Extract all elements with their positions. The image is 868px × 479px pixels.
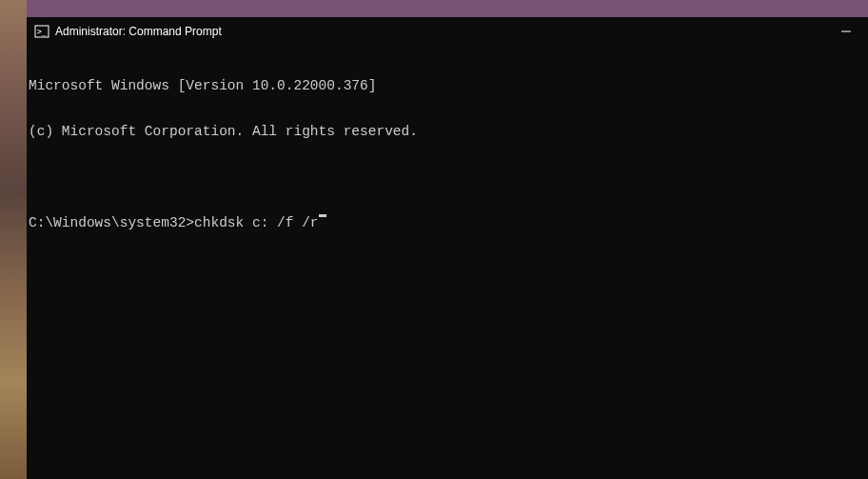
version-line: Microsoft Windows [Version 10.0.22000.37… bbox=[29, 78, 866, 93]
command-prompt-icon: >_ bbox=[34, 24, 49, 39]
window-titlebar[interactable]: >_ Administrator: Command Prompt bbox=[27, 17, 868, 46]
text-cursor bbox=[319, 214, 326, 217]
copyright-line: (c) Microsoft Corporation. All rights re… bbox=[29, 124, 866, 139]
window-controls bbox=[824, 17, 868, 46]
minimize-button[interactable] bbox=[824, 17, 868, 46]
window-title: Administrator: Command Prompt bbox=[55, 25, 222, 38]
typed-command: chkdsk c: /f /r bbox=[194, 215, 319, 230]
terminal-output[interactable]: Microsoft Windows [Version 10.0.22000.37… bbox=[27, 46, 868, 479]
prompt-line: C:\Windows\system32>chkdsk c: /f /r bbox=[29, 215, 866, 230]
blank-line bbox=[29, 170, 866, 185]
svg-text:>_: >_ bbox=[37, 28, 47, 36]
command-prompt-window: >_ Administrator: Command Prompt Microso… bbox=[27, 17, 868, 479]
prompt-path: C:\Windows\system32> bbox=[29, 215, 194, 230]
